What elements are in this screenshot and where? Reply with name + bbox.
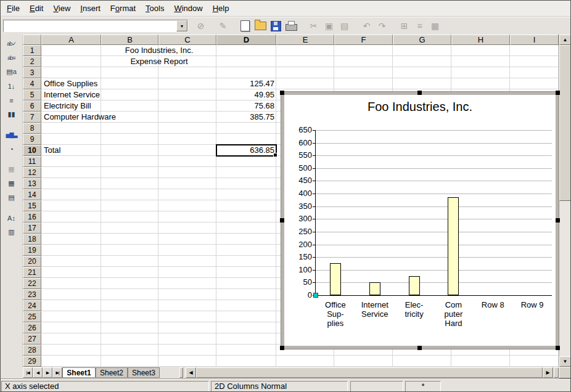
grid-icon[interactable]: ▦ (4, 163, 19, 176)
cell-A6[interactable]: Electricity Bill (42, 100, 101, 112)
stop-icon[interactable]: ⊘ (193, 19, 208, 33)
outline-icon[interactable]: ▥ (4, 226, 19, 239)
chart-object[interactable]: Foo Industries, Inc. 0501001502002503003… (281, 92, 559, 349)
navigator-icon[interactable]: ⊞ (396, 19, 412, 33)
row-header-26[interactable]: 26 (23, 322, 41, 333)
sheet-tab-sheet1[interactable]: Sheet1 (62, 367, 96, 378)
redo-icon[interactable]: ↷ (374, 19, 390, 33)
menu-tools[interactable]: Tools (141, 2, 169, 15)
row-header-12[interactable]: 12 (23, 167, 41, 178)
cell-A10[interactable]: Total (42, 145, 101, 156)
select-all-button[interactable] (23, 35, 41, 45)
chart-bar[interactable] (448, 197, 459, 295)
copy-icon[interactable]: ▣ (321, 19, 337, 33)
row-header-15[interactable]: 15 (23, 200, 41, 211)
row-header-22[interactable]: 22 (23, 278, 41, 289)
cell-A5[interactable]: Internet Service (42, 89, 101, 100)
hscroll-right-button[interactable]: ▶ (543, 367, 553, 378)
row-header-24[interactable]: 24 (23, 300, 41, 311)
paste-icon[interactable]: ▤ (337, 19, 352, 33)
sheet-tab-sheet2[interactable]: Sheet2 (96, 367, 128, 378)
autoformat-icon[interactable]: ▤a (4, 65, 19, 78)
vertical-scroll-thumb[interactable] (559, 45, 571, 201)
fill-handle[interactable] (273, 153, 277, 157)
menu-format[interactable]: Format (105, 2, 141, 15)
chart-resize-handle[interactable] (280, 218, 284, 223)
chart-resize-handle[interactable] (556, 91, 560, 95)
gallery-icon[interactable]: ▦ (427, 19, 443, 33)
column-header-E[interactable]: E (276, 35, 334, 45)
row-header-18[interactable]: 18 (23, 234, 41, 245)
row-header-11[interactable]: 11 (23, 156, 41, 167)
row-header-9[interactable]: 9 (23, 134, 41, 145)
row-header-8[interactable]: 8 (23, 123, 41, 134)
chart-bar[interactable] (409, 276, 420, 295)
menu-window[interactable]: Window (169, 2, 207, 15)
cut-icon[interactable]: ✂ (306, 19, 321, 33)
row-header-14[interactable]: 14 (23, 189, 41, 200)
menu-file[interactable]: File (2, 2, 25, 15)
horizontal-scroll-thumb[interactable] (196, 367, 543, 378)
row-header-4[interactable]: 4 (23, 78, 41, 89)
row-header-27[interactable]: 27 (23, 333, 41, 345)
row-header-29[interactable]: 29 (23, 356, 41, 367)
x-axis-selection-handle[interactable] (313, 293, 318, 298)
row-header-19[interactable]: 19 (23, 245, 41, 256)
cell-D7[interactable]: 385.75 (217, 112, 276, 123)
url-combo-dropdown-button[interactable]: ▼ (176, 20, 187, 31)
chart-bar[interactable] (369, 282, 380, 295)
first-sheet-button[interactable]: |◀ (23, 367, 33, 378)
url-combo-input[interactable] (4, 20, 176, 31)
stylist-icon[interactable]: ≡ (412, 19, 427, 33)
row-header-5[interactable]: 5 (23, 89, 41, 100)
row-header-1[interactable]: 1 (23, 45, 41, 56)
row-header-13[interactable]: 13 (23, 178, 41, 189)
insert-chart-icon[interactable]: ▅▇▃ (4, 128, 19, 141)
vertical-scrollbar[interactable]: ▲ ▼ (559, 35, 571, 367)
selected-cell-border[interactable] (216, 144, 277, 157)
row-header-21[interactable]: 21 (23, 267, 41, 278)
row-header-6[interactable]: 6 (23, 100, 41, 112)
row-header-16[interactable]: 16 (23, 211, 41, 223)
column-header-H[interactable]: H (451, 35, 510, 45)
menu-view[interactable]: View (48, 2, 75, 15)
row-header-3[interactable]: 3 (23, 67, 41, 78)
percent-style-icon[interactable]: ◔ (4, 142, 19, 155)
column-header-A[interactable]: A (41, 35, 101, 45)
chart-resize-handle[interactable] (417, 346, 422, 350)
open-document-icon[interactable] (253, 19, 268, 33)
numbering-icon[interactable]: 1↓ (4, 80, 19, 92)
row-header-25[interactable]: 25 (23, 311, 41, 322)
column-header-D[interactable]: D (216, 35, 276, 45)
column-header-C[interactable]: C (158, 35, 216, 45)
cell-B2[interactable]: Expense Report (102, 56, 216, 67)
row-header-10[interactable]: 10 (23, 145, 41, 156)
chart-resize-handle[interactable] (417, 91, 422, 95)
chart-resize-handle[interactable] (556, 218, 560, 223)
url-combo[interactable]: ▼ (3, 20, 188, 32)
insert-columns-icon[interactable]: ▮▮ (4, 108, 19, 121)
cell-D6[interactable]: 75.68 (217, 100, 276, 112)
row-header-20[interactable]: 20 (23, 256, 41, 267)
chart-resize-handle[interactable] (556, 346, 560, 350)
align-icon[interactable]: ≡ (4, 94, 19, 107)
column-header-F[interactable]: F (334, 35, 393, 45)
last-sheet-button[interactable]: ▶| (52, 367, 62, 378)
chart-resize-handle[interactable] (280, 91, 284, 95)
prev-sheet-button[interactable]: ◀ (33, 367, 43, 378)
chart-resize-handle[interactable] (280, 346, 284, 350)
scroll-down-button[interactable]: ▼ (559, 356, 571, 367)
chart-bar[interactable] (330, 263, 341, 295)
column-header-I[interactable]: I (510, 35, 559, 45)
pane-splitter[interactable] (554, 367, 559, 378)
cell-A7[interactable]: Computer Hardware (42, 112, 101, 123)
cell-B1[interactable]: Foo Industries, Inc. (102, 45, 216, 56)
scroll-up-button[interactable]: ▲ (559, 35, 571, 45)
column-header-B[interactable]: B (101, 35, 158, 45)
row-header-2[interactable]: 2 (23, 56, 41, 67)
table-borders-icon[interactable]: ▤ (4, 191, 19, 204)
undo-icon[interactable]: ↶ (359, 19, 374, 33)
edit-file-icon[interactable]: ✎ (215, 19, 231, 33)
new-document-icon[interactable] (237, 19, 253, 33)
cell-D5[interactable]: 49.95 (217, 89, 276, 100)
